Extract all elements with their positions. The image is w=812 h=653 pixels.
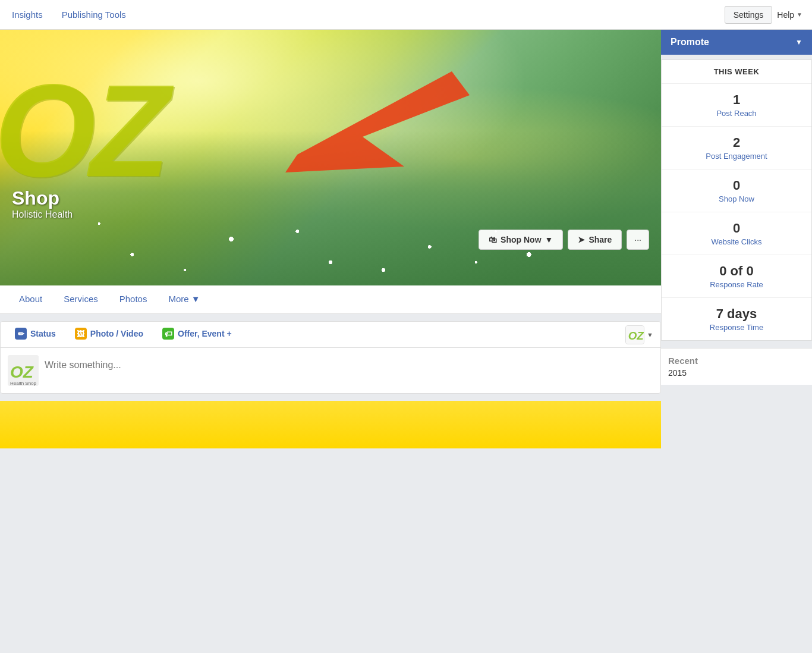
main-layout: OZ Shop Holistic Health: [0, 30, 812, 448]
cover-logo: OZ: [0, 65, 164, 196]
stat-response-rate: 0 of 0 Response Rate: [662, 255, 811, 298]
tab-services[interactable]: Services: [54, 287, 108, 313]
settings-button[interactable]: Settings: [725, 6, 773, 24]
tab-about[interactable]: About: [10, 287, 52, 313]
stats-panel: THIS WEEK 1 Post Reach 2 Post Engagement…: [661, 59, 812, 341]
composer-tabs: ✏ Status 🖼 Photo / Video 🏷 Offer, Event …: [1, 322, 660, 348]
recent-title: Recent: [668, 356, 805, 366]
right-sidebar: Promote ▼ THIS WEEK 1 Post Reach 2 Post …: [661, 30, 812, 448]
shop-now-value: 0: [669, 178, 804, 193]
recent-section: Recent 2015: [661, 348, 812, 385]
publishing-tools-link[interactable]: Publishing Tools: [59, 10, 128, 20]
stat-post-reach: 1 Post Reach: [662, 84, 811, 127]
svg-text:Health Shop: Health Shop: [10, 381, 37, 386]
more-options-button[interactable]: ···: [627, 230, 649, 250]
offer-event-tab[interactable]: 🏷 Offer, Event +: [155, 322, 239, 347]
post-engagement-label: Post Engagement: [669, 152, 804, 161]
share-label: Share: [588, 235, 612, 244]
svg-text:OZ: OZ: [628, 329, 644, 341]
shop-dropdown-arrow: ▼: [545, 235, 553, 244]
stat-response-time: 7 days Response Time: [662, 298, 811, 340]
response-time-label: Response Time: [669, 323, 804, 332]
more-label: More: [168, 294, 188, 304]
photo-video-tab[interactable]: 🖼 Photo / Video: [68, 322, 150, 347]
shop-now-button[interactable]: 🛍 Shop Now ▼: [479, 230, 563, 250]
post-composer: ✏ Status 🖼 Photo / Video 🏷 Offer, Event …: [0, 321, 661, 394]
bottom-content-preview: [0, 401, 661, 448]
photo-icon: 🖼: [75, 328, 87, 340]
website-clicks-label: Website Clicks: [669, 237, 804, 246]
offer-label: Offer, Event +: [178, 329, 232, 338]
response-time-value: 7 days: [669, 306, 804, 322]
shop-icon: 🛍: [489, 235, 497, 244]
help-button[interactable]: Help ▼: [777, 10, 802, 20]
status-icon: ✏: [15, 328, 27, 340]
share-icon: ➤: [578, 235, 585, 244]
stat-post-engagement: 2 Post Engagement: [662, 127, 811, 169]
this-week-header: THIS WEEK: [662, 60, 811, 84]
promote-label: Promote: [671, 37, 709, 48]
composer-right: OZ ▼: [625, 325, 653, 344]
page-subtitle: Holistic Health: [12, 209, 73, 220]
help-dropdown-arrow: ▼: [797, 11, 802, 18]
nav-right: Settings Help ▼: [725, 6, 802, 24]
page-avatar: OZ Health Shop: [8, 355, 39, 386]
insights-link[interactable]: Insights: [10, 10, 45, 20]
response-rate-value: 0 of 0: [669, 263, 804, 279]
shop-now-label: Shop Now: [669, 194, 804, 203]
composer-body: OZ Health Shop: [1, 348, 660, 393]
tab-more[interactable]: More ▼: [159, 287, 209, 313]
status-label: Status: [30, 329, 56, 338]
page-selector-arrow[interactable]: ▼: [647, 331, 653, 338]
shop-now-label: Shop Now: [501, 235, 541, 244]
top-navigation: Insights Publishing Tools Settings Help …: [0, 0, 812, 30]
page-title: Shop: [12, 187, 73, 209]
page-name-overlay: Shop Holistic Health: [12, 187, 73, 220]
post-engagement-value: 2: [669, 135, 804, 150]
share-button[interactable]: ➤ Share: [568, 230, 622, 250]
stat-website-clicks: 0 Website Clicks: [662, 212, 811, 255]
recent-year: 2015: [668, 368, 805, 378]
center-content: OZ Shop Holistic Health: [0, 30, 661, 448]
post-input[interactable]: [45, 355, 653, 379]
promote-button[interactable]: Promote ▼: [661, 30, 812, 55]
post-reach-value: 1: [669, 92, 804, 108]
status-tab[interactable]: ✏ Status: [8, 322, 63, 347]
svg-text:OZ: OZ: [10, 363, 34, 381]
more-arrow-icon: ▼: [191, 294, 200, 304]
cover-actions: 🛍 Shop Now ▼ ➤ Share ···: [479, 230, 649, 250]
help-label: Help: [777, 10, 794, 20]
page-tabs: About Services Photos More ▼: [0, 285, 661, 314]
tab-photos[interactable]: Photos: [110, 287, 157, 313]
website-clicks-value: 0: [669, 221, 804, 236]
promote-chevron-icon: ▼: [795, 38, 802, 46]
offer-icon: 🏷: [162, 328, 174, 340]
oz-page-logo: OZ: [625, 325, 644, 344]
photo-label: Photo / Video: [90, 329, 143, 338]
response-rate-label: Response Rate: [669, 280, 804, 289]
cover-photo: OZ Shop Holistic Health: [0, 30, 661, 285]
nav-left: Insights Publishing Tools: [10, 10, 725, 20]
stat-shop-now: 0 Shop Now: [662, 169, 811, 212]
post-reach-label: Post Reach: [669, 109, 804, 118]
